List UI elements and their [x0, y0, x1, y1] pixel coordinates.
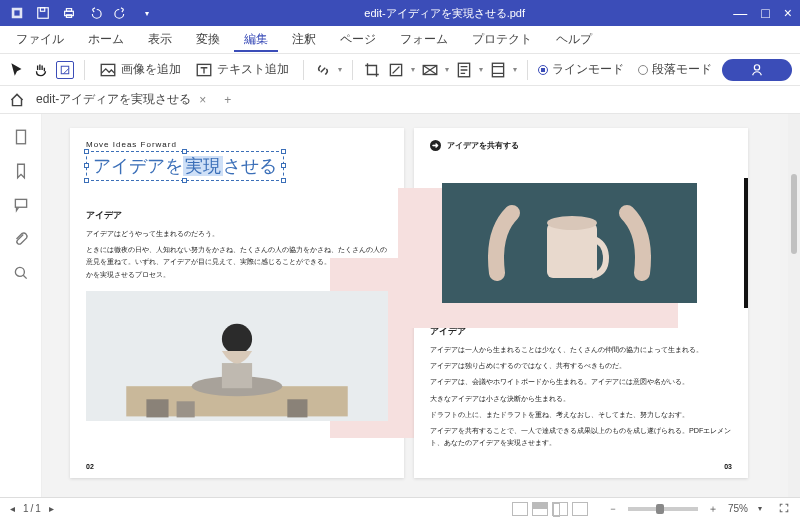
- cursor-icon[interactable]: [8, 61, 26, 79]
- user-icon: [750, 63, 764, 77]
- scrollbar-thumb[interactable]: [791, 174, 797, 254]
- bookmarks-icon[interactable]: [12, 162, 30, 180]
- right-p2: アイデアは独り占めにするのではなく、共有するべきものだ。: [430, 360, 732, 372]
- window-title: edit-アイディアを実現させる.pdf: [156, 6, 733, 21]
- app-logo-icon: [8, 4, 26, 22]
- view-facing-icon[interactable]: [552, 502, 568, 516]
- search-icon[interactable]: [12, 264, 30, 282]
- view-facing-continuous-icon[interactable]: [572, 502, 588, 516]
- fullscreen-icon[interactable]: [778, 502, 790, 516]
- svg-rect-1: [14, 10, 19, 15]
- page-number-right: 03: [724, 463, 732, 470]
- thumbnails-icon[interactable]: [12, 128, 30, 146]
- menu-form[interactable]: フォーム: [390, 27, 458, 52]
- page-current: 1: [23, 503, 29, 514]
- vertical-scrollbar[interactable]: [788, 114, 800, 497]
- add-image-label: 画像を追加: [121, 61, 181, 78]
- left-p1: アイデアはどうやって生まれるのだろう。: [86, 228, 388, 240]
- view-continuous-icon[interactable]: [532, 502, 548, 516]
- zoom-in-button[interactable]: ＋: [708, 502, 718, 516]
- select-edit-icon[interactable]: [56, 61, 74, 79]
- headline-part-a: アイデアを: [93, 156, 183, 176]
- zoom-out-button[interactable]: －: [608, 502, 618, 516]
- menu-display[interactable]: 表示: [138, 27, 182, 52]
- home-icon[interactable]: [8, 91, 26, 109]
- text-icon: [195, 61, 213, 79]
- user-account-button[interactable]: [722, 59, 792, 81]
- line-mode-radio[interactable]: ラインモード: [538, 61, 624, 78]
- menu-protect[interactable]: プロテクト: [462, 27, 542, 52]
- svg-rect-27: [547, 223, 597, 278]
- crop-icon[interactable]: [363, 61, 381, 79]
- add-tab-button[interactable]: +: [216, 93, 239, 107]
- dropdown-caret-icon[interactable]: ▾: [138, 4, 156, 22]
- headline-part-b: させる: [223, 156, 277, 176]
- link-caret-icon[interactable]: ▾: [338, 65, 342, 74]
- add-text-button[interactable]: テキスト追加: [191, 59, 293, 81]
- comments-icon[interactable]: [12, 196, 30, 214]
- svg-rect-23: [146, 399, 168, 417]
- redo-icon[interactable]: [112, 4, 130, 22]
- menu-edit[interactable]: 編集: [234, 27, 278, 52]
- zoom-caret-icon[interactable]: ▾: [758, 504, 762, 513]
- menu-convert[interactable]: 変換: [186, 27, 230, 52]
- document-canvas[interactable]: Move Ideas Forward アイデアを実現させる アイデア アイデアは…: [42, 114, 788, 497]
- svg-rect-24: [177, 401, 195, 417]
- paragraph-mode-radio[interactable]: 段落モード: [638, 61, 712, 78]
- tabbar: edit-アイディアを実現させる × +: [0, 86, 800, 114]
- add-image-button[interactable]: 画像を追加: [95, 59, 185, 81]
- kicker-text: Move Ideas Forward: [86, 140, 388, 149]
- page-total: 1: [35, 503, 41, 514]
- menu-page[interactable]: ページ: [330, 27, 386, 52]
- page-next-button[interactable]: ▸: [49, 503, 54, 514]
- print-icon[interactable]: [60, 4, 78, 22]
- menu-file[interactable]: ファイル: [6, 27, 74, 52]
- page-left: Move Ideas Forward アイデアを実現させる アイデア アイデアは…: [70, 128, 404, 478]
- background-icon[interactable]: [421, 61, 439, 79]
- menu-home[interactable]: ホーム: [78, 27, 134, 52]
- undo-icon[interactable]: [86, 4, 104, 22]
- document-tab[interactable]: edit-アイディアを実現させる ×: [26, 89, 216, 110]
- add-text-label: テキスト追加: [217, 61, 289, 78]
- svg-rect-25: [287, 399, 307, 417]
- svg-rect-13: [492, 63, 503, 77]
- attachments-icon[interactable]: [12, 230, 30, 248]
- menubar: ファイル ホーム 表示 変換 編集 注釈 ページ フォーム プロテクト ヘルプ: [0, 26, 800, 54]
- photo-pottery: [86, 291, 388, 421]
- photo-mug: [442, 183, 697, 303]
- hand-icon[interactable]: [32, 61, 50, 79]
- share-circle-icon: ➜: [430, 140, 441, 151]
- page-prev-button[interactable]: ◂: [10, 503, 15, 514]
- minimize-button[interactable]: —: [733, 5, 747, 21]
- view-single-icon[interactable]: [512, 502, 528, 516]
- svg-rect-2: [38, 8, 49, 19]
- menu-annotate[interactable]: 注釈: [282, 27, 326, 52]
- statusbar: ◂ 1 / 1 ▸ － ＋ 75% ▾: [0, 497, 800, 519]
- page-right: ➜ アイデアを共有する アイデア アイデアは一人から生まれることは少なく、たくさ…: [414, 128, 748, 478]
- tab-close-icon[interactable]: ×: [199, 93, 206, 107]
- bates-icon[interactable]: [489, 61, 507, 79]
- save-icon[interactable]: [34, 4, 52, 22]
- right-p5: ドラフトの上に、またドラフトを重ね、考えなおし、そしてまた、努力しなおす。: [430, 409, 732, 421]
- radio-on-icon: [538, 65, 548, 75]
- toolbar: 画像を追加 テキスト追加 ▾ ▾ ▾ ▾ ▾ ラインモード 段落モード: [0, 54, 800, 86]
- watermark-icon[interactable]: [387, 61, 405, 79]
- line-mode-label: ラインモード: [552, 61, 624, 78]
- right-p4: 大きなアイデアは小さな決断から生まれる。: [430, 393, 732, 405]
- svg-rect-3: [40, 8, 44, 12]
- link-icon[interactable]: [314, 61, 332, 79]
- left-section-title: アイデア: [86, 209, 388, 222]
- maximize-button[interactable]: □: [761, 5, 769, 21]
- radio-off-icon: [638, 65, 648, 75]
- close-button[interactable]: ×: [784, 5, 792, 21]
- right-p1: アイデアは一人から生まれることは少なく、たくさんの仲間の協力によって生まれる。: [430, 344, 732, 356]
- headline-selection: 実現: [183, 156, 223, 176]
- svg-rect-5: [66, 9, 71, 12]
- titlebar: ▾ edit-アイディアを実現させる.pdf — □ ×: [0, 0, 800, 26]
- zoom-slider[interactable]: [628, 507, 698, 511]
- menu-help[interactable]: ヘルプ: [546, 27, 602, 52]
- headline-selected-text[interactable]: アイデアを実現させる: [86, 151, 284, 181]
- right-top-label: ➜ アイデアを共有する: [430, 140, 732, 151]
- tab-label: edit-アイディアを実現させる: [36, 91, 191, 108]
- header-footer-icon[interactable]: [455, 61, 473, 79]
